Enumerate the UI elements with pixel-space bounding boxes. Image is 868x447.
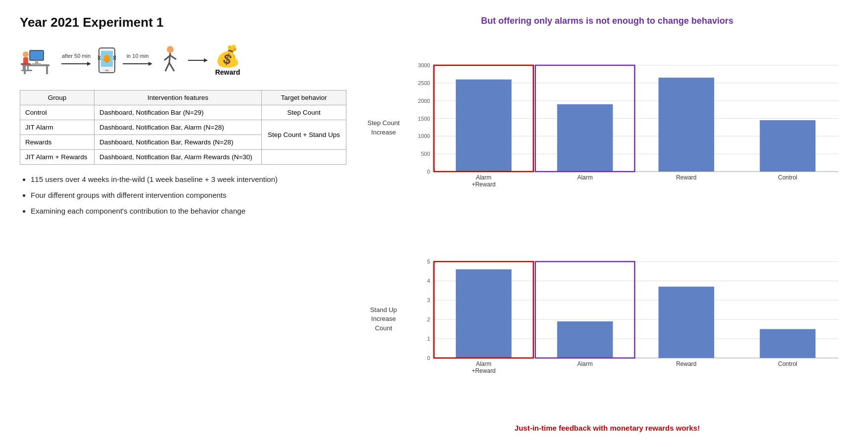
arrow-right-icon bbox=[61, 60, 91, 67]
bullet-item: Examining each component's contribution … bbox=[31, 205, 346, 217]
svg-rect-2 bbox=[46, 66, 48, 74]
cell-group: Rewards bbox=[20, 135, 95, 150]
cell-target bbox=[261, 150, 346, 165]
reward-icon: 💰 Reward bbox=[215, 44, 241, 76]
svg-text:1500: 1500 bbox=[418, 115, 430, 121]
svg-rect-71 bbox=[456, 269, 512, 358]
phone-bell-icon bbox=[98, 47, 116, 74]
bullet-list: 115 users over 4 weeks in-the-wild (1 we… bbox=[20, 174, 346, 221]
cell-target: Step Count + Stand Ups bbox=[261, 120, 346, 150]
svg-rect-10 bbox=[27, 65, 29, 70]
svg-rect-53 bbox=[760, 120, 816, 172]
svg-text:+Reward: +Reward bbox=[472, 181, 495, 188]
top-y-label: Step Count Increase bbox=[366, 119, 401, 136]
cell-features: Dashboard, Notification Bar, Rewards (N=… bbox=[95, 135, 262, 150]
svg-text:500: 500 bbox=[421, 151, 430, 157]
right-title: But offering only alarms is not enough t… bbox=[366, 15, 848, 27]
svg-rect-74 bbox=[557, 321, 613, 358]
svg-marker-13 bbox=[87, 62, 91, 66]
svg-rect-7 bbox=[23, 57, 28, 64]
top-chart-container: 050010001500200025003000Alarm+RewardAlar… bbox=[406, 58, 848, 198]
svg-text:Alarm: Alarm bbox=[476, 174, 491, 181]
cell-target: Step Count bbox=[261, 105, 346, 120]
svg-rect-49 bbox=[557, 104, 613, 171]
svg-text:Control: Control bbox=[778, 360, 797, 367]
person-desk-icon bbox=[20, 45, 54, 75]
svg-text:2500: 2500 bbox=[418, 80, 430, 86]
top-chart-wrapper: Step Count Increase 05001000150020002500… bbox=[366, 32, 848, 224]
left-panel: Year 2021 Experiment 1 bbox=[20, 15, 346, 432]
svg-rect-5 bbox=[32, 63, 41, 65]
svg-rect-8 bbox=[21, 63, 31, 65]
experiment-table: Group Intervention features Target behav… bbox=[20, 90, 346, 165]
svg-text:Alarm: Alarm bbox=[577, 360, 592, 367]
bottom-chart-container: 012345Alarm+RewardAlarmRewardControl bbox=[406, 254, 848, 385]
svg-text:4: 4 bbox=[427, 278, 430, 284]
svg-rect-78 bbox=[760, 329, 816, 358]
svg-marker-21 bbox=[148, 62, 152, 66]
col-header-features: Intervention features bbox=[95, 90, 262, 105]
svg-point-22 bbox=[167, 46, 174, 53]
svg-line-24 bbox=[165, 63, 169, 71]
svg-line-27 bbox=[170, 55, 176, 59]
right-panel: But offering only alarms is not enough t… bbox=[366, 15, 848, 432]
svg-rect-51 bbox=[659, 78, 715, 172]
cell-features: Dashboard, Notification Bar, Alarm Rewar… bbox=[95, 150, 262, 165]
svg-text:Alarm: Alarm bbox=[577, 174, 592, 181]
svg-text:0: 0 bbox=[427, 355, 430, 361]
svg-point-18 bbox=[106, 61, 108, 63]
arrow-right2-icon bbox=[123, 60, 152, 67]
svg-text:0: 0 bbox=[427, 169, 430, 175]
table-row: Control Dashboard, Notification Bar (N=2… bbox=[20, 105, 346, 120]
svg-rect-3 bbox=[30, 50, 44, 60]
svg-line-23 bbox=[169, 53, 170, 63]
svg-line-25 bbox=[169, 63, 174, 71]
table-row: JIT Alarm + Rewards Dashboard, Notificat… bbox=[20, 150, 346, 165]
cell-features: Dashboard, Notification Bar, Alarm (N=28… bbox=[95, 120, 262, 135]
svg-point-6 bbox=[23, 51, 29, 57]
svg-text:Reward: Reward bbox=[676, 360, 696, 367]
svg-text:+Reward: +Reward bbox=[472, 367, 495, 374]
cell-features: Dashboard, Notification Bar (N=29) bbox=[95, 105, 262, 120]
walking-person-icon bbox=[159, 45, 181, 75]
svg-text:1: 1 bbox=[427, 336, 430, 342]
col-header-target: Target behavior bbox=[261, 90, 346, 105]
svg-text:Alarm: Alarm bbox=[476, 360, 491, 367]
svg-text:Reward: Reward bbox=[676, 174, 696, 181]
svg-text:2: 2 bbox=[427, 316, 430, 322]
svg-text:3000: 3000 bbox=[418, 62, 430, 68]
svg-text:1000: 1000 bbox=[418, 133, 430, 139]
main-container: Year 2021 Experiment 1 bbox=[20, 15, 848, 432]
svg-rect-46 bbox=[456, 79, 512, 171]
svg-rect-4 bbox=[35, 60, 38, 63]
bottom-chart-wrapper: Stand Up Increase Count 012345Alarm+Rewa… bbox=[366, 224, 848, 415]
svg-text:3: 3 bbox=[427, 297, 430, 303]
svg-text:Control: Control bbox=[778, 174, 797, 181]
charts-area: Step Count Increase 05001000150020002500… bbox=[366, 32, 848, 415]
svg-rect-76 bbox=[659, 286, 715, 358]
diagram: after 50 min bbox=[20, 39, 346, 81]
cell-group: JIT Alarm bbox=[20, 120, 95, 135]
after-arrow: after 50 min bbox=[61, 53, 91, 67]
svg-rect-9 bbox=[23, 65, 24, 70]
bottom-note: Just-in-time feedback with monetary rewa… bbox=[366, 424, 848, 432]
bullet-item: Four different groups with different int… bbox=[31, 189, 346, 201]
arrow-reward-icon bbox=[188, 57, 208, 64]
svg-text:5: 5 bbox=[427, 259, 430, 265]
svg-rect-11 bbox=[21, 70, 32, 71]
in-arrow: in 10 min bbox=[123, 53, 152, 67]
bottom-y-label: Stand Up Increase Count bbox=[366, 306, 401, 333]
svg-marker-29 bbox=[204, 58, 208, 62]
col-header-group: Group bbox=[20, 90, 95, 105]
svg-text:2000: 2000 bbox=[418, 97, 430, 103]
bullet-item: 115 users over 4 weeks in-the-wild (1 we… bbox=[31, 174, 346, 185]
top-chart-svg: 050010001500200025003000Alarm+RewardAlar… bbox=[406, 58, 848, 196]
table-row: JIT Alarm Dashboard, Notification Bar, A… bbox=[20, 120, 346, 135]
cell-group: JIT Alarm + Rewards bbox=[20, 150, 95, 165]
svg-rect-19 bbox=[105, 70, 109, 71]
page-title: Year 2021 Experiment 1 bbox=[20, 15, 346, 30]
bottom-chart-svg: 012345Alarm+RewardAlarmRewardControl bbox=[406, 254, 848, 383]
cell-group: Control bbox=[20, 105, 95, 120]
